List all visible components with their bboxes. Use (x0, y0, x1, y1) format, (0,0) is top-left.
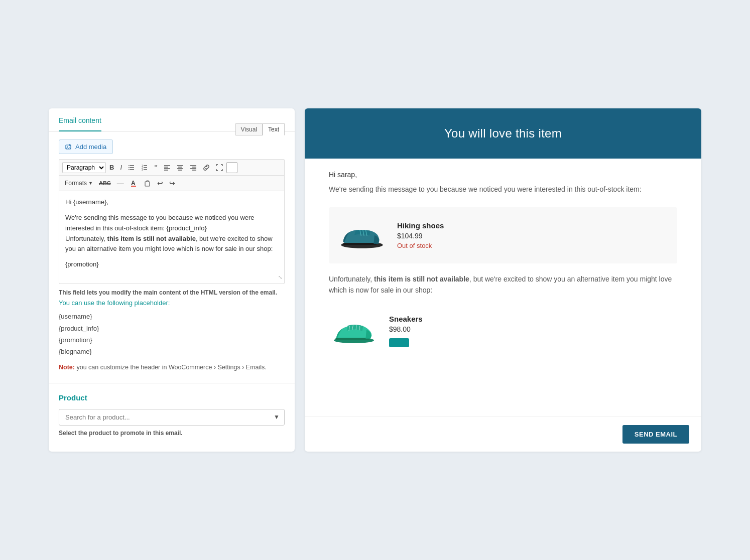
field-description: This field lets you modify the main cont… (59, 289, 285, 296)
paste-icon (144, 180, 151, 187)
list-item: {promotion} (59, 334, 285, 346)
text-color-button[interactable]: A (128, 178, 141, 189)
svg-point-8 (129, 167, 130, 168)
blockquote-button[interactable]: " (152, 162, 160, 173)
hiking-shoe-image (337, 218, 387, 252)
product-card-1: Hiking shoes $104.99 Out of stock (329, 207, 677, 263)
bold-button[interactable]: B (107, 162, 116, 173)
svg-point-9 (129, 169, 130, 170)
hr-button[interactable]: — (114, 178, 127, 189)
email-body: Hi sarap, We're sending this message to … (305, 159, 701, 416)
link-icon (203, 164, 210, 171)
transition-bold: this item is still not available (374, 275, 469, 283)
svg-text:3: 3 (142, 168, 143, 171)
product-search-input[interactable] (59, 409, 285, 426)
editor-section: Add media Visual Text Paragraph B I 123 (49, 131, 295, 371)
product-search-wrap: ▼ (59, 409, 285, 426)
product1-price: $104.99 (397, 232, 444, 240)
note-text: you can customize the header in WooComme… (76, 364, 266, 371)
strikethrough-button[interactable]: ABC (96, 179, 113, 188)
align-center-button[interactable] (174, 163, 186, 173)
add-media-button[interactable]: Add media (59, 139, 113, 154)
paste-button[interactable] (142, 178, 154, 188)
svg-rect-32 (343, 243, 377, 245)
svg-rect-29 (131, 186, 136, 187)
right-panel: You will love this item Hi sarap, We're … (305, 108, 701, 452)
send-email-button[interactable]: SEND EMAIL (622, 425, 689, 444)
svg-text:A: A (131, 180, 136, 187)
resize-handle[interactable]: ⤡ (278, 273, 282, 282)
fullscreen-button[interactable] (213, 163, 225, 173)
editor-line1: Hi {username}, (65, 197, 278, 208)
product-section: Product ▼ Select the product to promote … (49, 383, 295, 437)
product2-price: $98.00 (389, 325, 423, 333)
left-panel: Email content Add media Visual Text (49, 108, 295, 452)
list-item: {username} (59, 311, 285, 322)
align-right-icon (190, 164, 197, 171)
align-left-button[interactable] (161, 163, 173, 173)
add-media-icon (65, 144, 72, 151)
formats-chevron: ▼ (88, 181, 93, 186)
placeholder-title: You can use the following placeholder: (59, 299, 285, 307)
product-card-2: Sneakers $98.00 (329, 306, 677, 356)
product-section-title: Product (59, 393, 285, 402)
product1-image-wrap (337, 215, 387, 255)
fullscreen-icon (216, 164, 223, 171)
svg-rect-30 (145, 182, 150, 186)
placeholder-list: {username} {product_info} {promotion} {b… (59, 311, 285, 358)
ul-icon (128, 164, 135, 171)
redo-button[interactable]: ↪ (167, 178, 178, 189)
toolbar-row1: Paragraph B I 123 " (59, 159, 285, 175)
product1-name: Hiking shoes (397, 221, 444, 230)
visual-tab[interactable]: Visual (235, 123, 263, 135)
list-item: {product_info} (59, 323, 285, 334)
align-center-icon (177, 164, 184, 171)
text-tab[interactable]: Text (263, 123, 285, 135)
email-intro: We're sending this message to you becaus… (329, 184, 677, 195)
link-button[interactable] (200, 163, 212, 173)
tab-email-content[interactable]: Email content (59, 108, 101, 131)
main-container: Email content Add media Visual Text (49, 108, 701, 452)
email-transition: Unfortunately, this item is still not av… (329, 273, 677, 296)
svg-rect-38 (335, 338, 369, 340)
product2-name: Sneakers (389, 315, 423, 323)
italic-button[interactable]: I (117, 162, 124, 173)
unordered-list-button[interactable] (126, 163, 138, 173)
align-right-button[interactable] (187, 163, 199, 173)
text-color-icon: A (130, 179, 138, 187)
toolbar-row2: Formats ▼ ABC — A ↩ ↪ (59, 175, 285, 191)
product1-info: Hiking shoes $104.99 Out of stock (397, 221, 444, 249)
add-to-cart-button[interactable] (389, 338, 409, 347)
sneaker-image (329, 314, 379, 348)
visual-text-tabs: Visual Text (235, 123, 285, 135)
align-left-icon (164, 164, 171, 171)
square-button[interactable] (226, 162, 237, 173)
email-header-title: You will love this item (315, 126, 691, 141)
editor-area[interactable]: Hi {username}, We're sending this messag… (59, 191, 285, 284)
list-item: {blogname} (59, 346, 285, 357)
undo-button[interactable]: ↩ (155, 178, 166, 189)
product-select-hint: Select the product to promote in this em… (59, 430, 285, 437)
ol-icon: 123 (141, 164, 148, 171)
email-header: You will love this item (305, 108, 701, 159)
editor-promotion: {promotion} (65, 259, 278, 270)
note-label: Note: (59, 364, 75, 371)
product2-info: Sneakers $98.00 (389, 315, 423, 347)
paragraph-select[interactable]: Paragraph (62, 162, 106, 173)
note-line: Note: you can customize the header in Wo… (59, 364, 285, 371)
editor-para1: We're sending this message to you becaus… (65, 213, 278, 254)
product1-status: Out of stock (397, 242, 444, 249)
ordered-list-button[interactable]: 123 (139, 163, 151, 173)
formats-button[interactable]: Formats ▼ (62, 178, 95, 188)
svg-point-7 (129, 165, 130, 166)
send-email-area: SEND EMAIL (305, 416, 701, 452)
product2-image-wrap (329, 311, 379, 351)
email-greeting: Hi sarap, (329, 171, 677, 179)
